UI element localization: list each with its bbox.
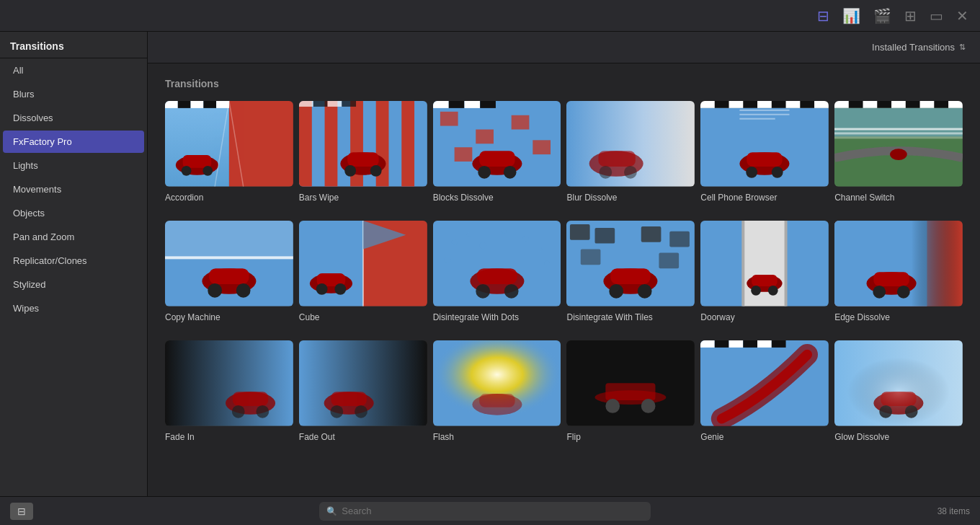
sidebar-item-replicator[interactable]: Replicator/Clones bbox=[3, 250, 144, 272]
svg-point-10 bbox=[202, 166, 213, 176]
transition-blocks-dissolve[interactable]: Blocks Dissolve bbox=[433, 101, 561, 203]
svg-rect-150 bbox=[772, 340, 786, 348]
svg-point-129 bbox=[256, 405, 269, 418]
item-count: 38 items bbox=[937, 506, 970, 516]
transition-blur-dissolve[interactable]: Blur Dissolve bbox=[566, 101, 695, 203]
search-input[interactable] bbox=[342, 506, 643, 516]
transition-disintegrate-dots[interactable]: Disintegrate With Dots bbox=[433, 221, 561, 323]
svg-rect-147 bbox=[729, 340, 744, 348]
transition-edge-dissolve-label: Edge Dissolve bbox=[834, 312, 963, 324]
svg-point-34 bbox=[478, 166, 491, 179]
svg-point-93 bbox=[502, 229, 506, 234]
svg-rect-5 bbox=[203, 101, 216, 108]
svg-point-124 bbox=[897, 286, 910, 299]
svg-rect-127 bbox=[233, 392, 268, 406]
transition-cell-phone-label: Cell Phone Browser bbox=[700, 193, 829, 204]
svg-point-54 bbox=[747, 167, 758, 178]
svg-point-75 bbox=[236, 283, 251, 298]
transition-bars-wipe[interactable]: Bars Wipe bbox=[299, 101, 427, 203]
transition-blocks-dissolve-label: Blocks Dissolve bbox=[433, 193, 561, 204]
svg-rect-6 bbox=[216, 101, 229, 108]
transition-glow-dissolve[interactable]: Glow Dissolve bbox=[834, 340, 963, 443]
sidebar-item-all[interactable]: All bbox=[3, 59, 144, 81]
svg-rect-87 bbox=[477, 268, 517, 284]
video-icon[interactable]: 🎬 bbox=[873, 7, 891, 25]
svg-rect-149 bbox=[757, 340, 772, 348]
transitions-grid: Accordion bbox=[165, 101, 963, 443]
svg-rect-31 bbox=[480, 101, 496, 108]
toolbar: ⊟ 📊 🎬 ⊞ ▭ ✕ bbox=[0, 0, 980, 32]
installed-transitions-label[interactable]: Installed Transitions ⇅ bbox=[872, 42, 966, 53]
transition-channel-switch[interactable]: Channel Switch bbox=[834, 101, 963, 203]
svg-rect-30 bbox=[464, 101, 480, 108]
sidebar-item-stylized[interactable]: Stylized bbox=[3, 273, 144, 296]
svg-rect-68 bbox=[834, 132, 963, 134]
sidebar-item-wipes[interactable]: Wipes bbox=[3, 297, 144, 319]
svg-rect-29 bbox=[448, 101, 464, 108]
svg-rect-106 bbox=[670, 231, 690, 247]
svg-rect-103 bbox=[570, 224, 590, 240]
transition-cube[interactable]: Cube bbox=[299, 221, 427, 323]
svg-rect-1 bbox=[229, 101, 293, 187]
sidebar-item-lights[interactable]: Lights bbox=[3, 154, 144, 177]
thumb-fade-in bbox=[165, 340, 293, 426]
transition-cell-phone[interactable]: Cell Phone Browser bbox=[700, 101, 829, 203]
svg-rect-122 bbox=[873, 272, 909, 286]
transition-fade-in[interactable]: Fade In bbox=[165, 340, 293, 443]
thumb-bars-wipe bbox=[299, 101, 427, 187]
transition-copy-machine[interactable]: Copy Machine bbox=[165, 221, 293, 323]
svg-rect-28 bbox=[433, 101, 449, 108]
svg-rect-100 bbox=[611, 268, 651, 284]
search-icon: 🔍 bbox=[326, 506, 337, 516]
svg-rect-33 bbox=[479, 151, 514, 167]
thumb-cube bbox=[299, 221, 427, 306]
transition-disintegrate-tiles[interactable]: Disintegrate With Tiles bbox=[566, 221, 695, 323]
svg-rect-115 bbox=[752, 275, 778, 286]
grid-icon[interactable]: ⊞ bbox=[904, 7, 917, 25]
svg-point-143 bbox=[641, 399, 656, 413]
thumb-doorway bbox=[700, 221, 829, 306]
sidebar-item-objects[interactable]: Objects bbox=[3, 202, 144, 224]
svg-rect-69 bbox=[834, 136, 963, 138]
svg-point-26 bbox=[370, 165, 382, 177]
transition-edge-dissolve[interactable]: Edge Dissolve bbox=[834, 221, 963, 323]
transition-doorway[interactable]: Doorway bbox=[700, 221, 829, 323]
timeline-icon[interactable]: ⊟ bbox=[817, 7, 829, 25]
transition-channel-switch-label: Channel Switch bbox=[834, 193, 963, 204]
svg-rect-2 bbox=[165, 101, 178, 108]
svg-rect-37 bbox=[476, 130, 494, 144]
svg-rect-156 bbox=[834, 340, 963, 426]
svg-rect-107 bbox=[581, 250, 601, 265]
close-icon[interactable]: ✕ bbox=[956, 7, 968, 25]
sidebar-item-blurs[interactable]: Blurs bbox=[3, 83, 144, 105]
transition-fade-out[interactable]: Fade Out bbox=[299, 340, 427, 443]
monitor-icon[interactable]: ▭ bbox=[930, 7, 943, 25]
svg-point-81 bbox=[316, 283, 328, 295]
svg-rect-15 bbox=[324, 101, 337, 187]
transition-accordion[interactable]: Accordion bbox=[165, 101, 293, 203]
svg-rect-49 bbox=[772, 101, 786, 108]
search-bar[interactable]: 🔍 bbox=[319, 502, 651, 521]
svg-rect-21 bbox=[327, 101, 342, 107]
svg-rect-20 bbox=[313, 101, 328, 107]
svg-point-116 bbox=[751, 286, 761, 296]
sidebar-item-movements[interactable]: Movements bbox=[3, 178, 144, 200]
transition-genie[interactable]: Genie bbox=[700, 340, 829, 443]
sort-arrows-icon: ⇅ bbox=[959, 43, 966, 52]
svg-rect-14 bbox=[299, 101, 312, 187]
transition-disintegrate-dots-label: Disintegrate With Dots bbox=[433, 312, 561, 324]
svg-rect-48 bbox=[744, 101, 758, 108]
sidebar-item-fxfactory[interactable]: FxFactory Pro bbox=[3, 131, 144, 153]
svg-rect-146 bbox=[715, 340, 729, 348]
thumb-accordion bbox=[165, 101, 293, 187]
audio-icon[interactable]: 📊 bbox=[842, 7, 860, 25]
thumb-cell-phone bbox=[700, 101, 829, 187]
transition-flash[interactable]: Flash bbox=[433, 340, 561, 443]
transition-fade-in-label: Fade In bbox=[165, 432, 293, 444]
panel-icon[interactable]: ⊟ bbox=[10, 503, 33, 520]
sidebar-item-pan-zoom[interactable]: Pan and Zoom bbox=[3, 226, 144, 248]
svg-rect-110 bbox=[744, 221, 786, 306]
sidebar-item-dissolves[interactable]: Dissolves bbox=[3, 107, 144, 129]
transitions-grid-area: Transitions bbox=[148, 63, 980, 496]
transition-flip[interactable]: Flip bbox=[566, 340, 695, 443]
